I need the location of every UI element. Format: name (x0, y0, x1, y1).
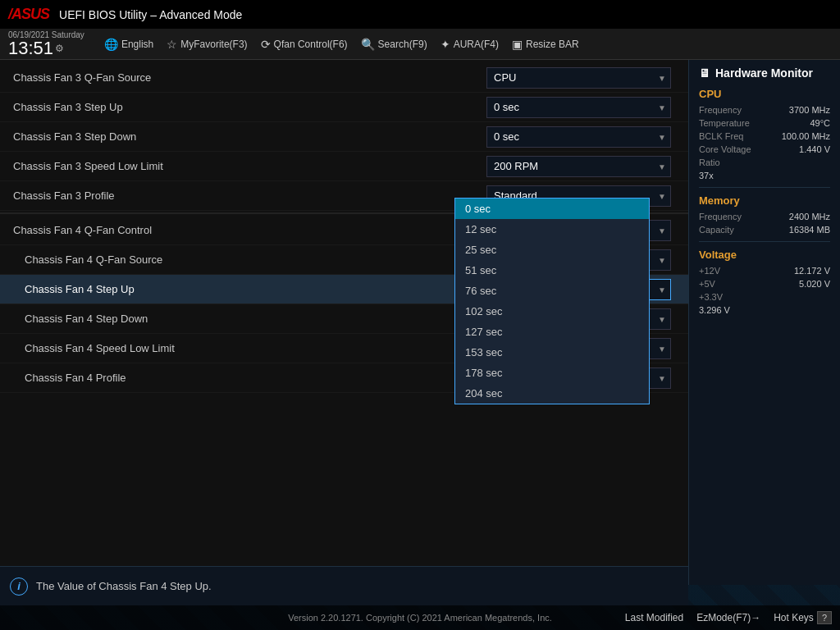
setting-label: Chassis Fan 4 Step Up (25, 283, 486, 295)
cpu-ratio-value-row: 37x (699, 171, 830, 180)
main-content: Chassis Fan 3 Q-Fan Source CPU Chassis F… (0, 60, 688, 585)
speed-low-3-select[interactable]: 200 RPM (486, 156, 671, 177)
setting-label: Chassis Fan 4 Q-Fan Source (25, 253, 486, 266)
cpu-frequency-row: Frequency 3700 MHz (699, 105, 830, 115)
setting-label: Chassis Fan 4 Step Down (25, 313, 486, 325)
memory-frequency-row: Frequency 2400 MHz (699, 212, 830, 221)
toolbar-search[interactable]: 🔍 Search(F9) (361, 38, 427, 51)
cpu-bclk-row: BCLK Freq 100.00 MHz (699, 131, 830, 141)
table-row: Chassis Fan 3 Step Down 0 sec (0, 122, 688, 152)
setting-label: Chassis Fan 3 Q-Fan Source (13, 71, 486, 84)
setting-label: Chassis Fan 4 Speed Low Limit (25, 342, 486, 354)
ez-mode-button[interactable]: EzMode(F7)→ (696, 612, 760, 623)
setting-value: 0 sec (486, 97, 675, 118)
bios-title: UEFI BIOS Utility – Advanced Mode (59, 8, 242, 21)
bottom-right: Last Modified EzMode(F7)→ Hot Keys ? (552, 611, 832, 624)
cpu-temperature-row: Temperature 49°C (699, 118, 830, 128)
setting-label: Chassis Fan 3 Step Up (13, 101, 486, 113)
table-row: Chassis Fan 3 Step Up 0 sec (0, 93, 688, 122)
asus-logo: /ASUS (8, 6, 49, 23)
version-text: Version 2.20.1271. Copyright (C) 2021 Am… (288, 613, 552, 623)
setting-value: 200 RPM (486, 156, 675, 177)
memory-capacity-row: Capacity 16384 MB (699, 225, 830, 235)
toolbar-qfan[interactable]: ⟳ Qfan Control(F6) (261, 38, 348, 51)
toolbar-language[interactable]: 🌐 English (104, 38, 153, 51)
voltage-section-label: Voltage (699, 249, 830, 261)
setting-label: Chassis Fan 4 Q-Fan Control (13, 224, 486, 236)
search-icon: 🔍 (361, 38, 375, 51)
dropdown-item[interactable]: 178 sec (455, 363, 649, 383)
dropdown-item[interactable]: 51 sec (455, 260, 649, 281)
resize-icon: ▣ (512, 38, 523, 51)
gear-icon[interactable]: ⚙ (55, 43, 64, 54)
panel-title: 🖥 Hardware Monitor (699, 66, 830, 80)
monitor-icon: 🖥 (699, 66, 710, 80)
last-modified-button[interactable]: Last Modified (625, 612, 683, 623)
dropdown-item[interactable]: 25 sec (455, 240, 649, 260)
setting-value: CPU (486, 67, 675, 89)
info-icon: i (10, 578, 28, 596)
toolbar-datetime: 06/19/2021 Saturday 13:51 ⚙ (8, 30, 84, 57)
dropdown-item[interactable]: 127 sec (455, 322, 649, 342)
toolbar-items: 🌐 English ☆ MyFavorite(F3) ⟳ Qfan Contro… (104, 38, 579, 51)
dropdown-item[interactable]: 204 sec (455, 383, 649, 404)
voltage-33v-value-row: 3.296 V (699, 305, 830, 315)
memory-section-label: Memory (699, 194, 830, 207)
info-text: The Value of Chassis Fan 4 Step Up. (36, 580, 212, 592)
table-row: Chassis Fan 3 Q-Fan Source CPU (0, 63, 688, 93)
star-icon: ☆ (167, 38, 177, 51)
toolbar: 06/19/2021 Saturday 13:51 ⚙ 🌐 English ☆ … (0, 29, 840, 60)
setting-label: Chassis Fan 4 Profile (25, 372, 486, 384)
hot-keys-badge: ? (817, 611, 832, 624)
setting-label: Chassis Fan 3 Speed Low Limit (13, 160, 486, 172)
globe-icon: 🌐 (104, 38, 118, 51)
hot-keys-button[interactable]: Hot Keys ? (774, 611, 832, 624)
setting-value: 0 sec (486, 126, 675, 148)
dropdown-item[interactable]: 12 sec (455, 219, 649, 240)
dropdown-item[interactable]: 76 sec (455, 281, 649, 301)
dropdown-item[interactable]: 102 sec (455, 301, 649, 322)
fan-icon: ⟳ (261, 38, 271, 51)
bottom-bar: Version 2.20.1271. Copyright (C) 2021 Am… (0, 605, 840, 630)
toolbar-time: 13:51 (8, 39, 53, 57)
step-up-3-select[interactable]: 0 sec (486, 97, 671, 118)
toolbar-myfavorite[interactable]: ☆ MyFavorite(F3) (167, 38, 247, 51)
info-bar: i The Value of Chassis Fan 4 Step Up. (0, 566, 688, 605)
table-row: Chassis Fan 3 Speed Low Limit 200 RPM (0, 152, 688, 181)
qfan-source-3-select[interactable]: CPU (486, 67, 671, 89)
step-down-3-select[interactable]: 0 sec (486, 126, 671, 148)
aura-icon: ✦ (441, 38, 450, 51)
cpu-ratio-row: Ratio (699, 158, 830, 167)
cpu-section-label: CPU (699, 88, 830, 100)
dropdown-item[interactable]: 153 sec (455, 342, 649, 363)
dropdown-item[interactable]: 0 sec (455, 199, 649, 219)
hardware-monitor-panel: 🖥 Hardware Monitor CPU Frequency 3700 MH… (688, 60, 840, 585)
header: /ASUS UEFI BIOS Utility – Advanced Mode (0, 0, 840, 29)
setting-label: Chassis Fan 3 Step Down (13, 130, 486, 143)
toolbar-aura[interactable]: ✦ AURA(F4) (441, 38, 499, 51)
dropdown-menu: 0 sec 12 sec 25 sec 51 sec 76 sec 102 se… (454, 198, 650, 404)
setting-label: Chassis Fan 3 Profile (13, 189, 486, 202)
cpu-voltage-row: Core Voltage 1.440 V (699, 144, 830, 154)
voltage-12v-value-row: +5V 5.020 V (699, 279, 830, 289)
voltage-12v-row: +12V 12.172 V (699, 266, 830, 276)
toolbar-resizebar[interactable]: ▣ Resize BAR (512, 38, 579, 51)
voltage-33v-row: +3.3V (699, 292, 830, 302)
